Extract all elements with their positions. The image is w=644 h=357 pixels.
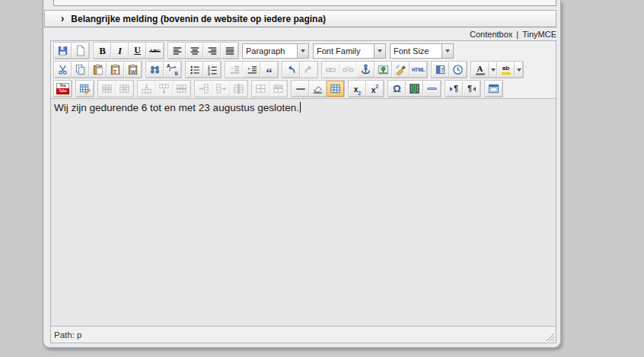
- toolbar-group-table-props: [97, 80, 134, 97]
- highlight-color-icon: ab: [502, 65, 511, 75]
- find-replace-button[interactable]: AB: [164, 62, 181, 78]
- strikethrough-button[interactable]: ABC: [146, 43, 164, 59]
- guidelines-table-icon: [330, 83, 341, 94]
- horizontal-rule-button[interactable]: [292, 81, 309, 97]
- table-row-properties-button: [98, 81, 116, 97]
- highlight-color-dropdown-arrow[interactable]: [515, 62, 523, 78]
- subscript-button[interactable]: x2: [349, 81, 366, 97]
- align-center-button[interactable]: [186, 43, 203, 59]
- toolbar-group-lists: 123: [185, 61, 222, 78]
- editor-content-area[interactable]: Wij zijn gedurende 6 tot en met 23 augus…: [51, 98, 556, 327]
- strikethrough-icon: ABC: [149, 48, 161, 54]
- special-character-button[interactable]: Ω: [388, 81, 406, 97]
- youtube-button[interactable]: YouTube: [54, 81, 72, 97]
- mode-link-tinymce[interactable]: TinyMCE: [522, 30, 556, 39]
- undo-icon: [285, 64, 297, 75]
- paste-from-word-button[interactable]: W: [124, 62, 142, 78]
- superscript-button[interactable]: x2: [366, 81, 384, 97]
- indent-button[interactable]: [243, 62, 260, 78]
- find-b-letter: B: [174, 71, 178, 76]
- align-right-button[interactable]: [203, 43, 221, 59]
- eraser-icon: [312, 83, 324, 94]
- rtl-icon: ¶: [467, 85, 476, 93]
- save-button[interactable]: [54, 43, 72, 59]
- format-select[interactable]: Paragraph: [242, 43, 309, 59]
- section-header-toggle[interactable]: › Belangrijke melding (bovenin de websit…: [44, 10, 556, 27]
- backcolor-bar: [502, 72, 511, 75]
- toolbar-row-2: T W AB 123: [51, 60, 556, 79]
- format-select-value: Paragraph: [243, 46, 297, 56]
- html-icon: HTML: [412, 67, 425, 72]
- cleanup-code-button[interactable]: [392, 62, 410, 78]
- toolbar-group-view: [484, 80, 503, 97]
- toolbar-group-format: B I U ABC: [93, 42, 164, 59]
- horizontal-rule-icon: [295, 84, 306, 94]
- sub-2: 2: [358, 91, 361, 96]
- resize-handle[interactable]: [546, 333, 555, 342]
- toolbar-group-direction: ¶ ¶: [445, 80, 481, 97]
- scissors-icon: [57, 64, 69, 75]
- mode-separator: |: [516, 30, 518, 39]
- calendar-icon: [435, 64, 446, 75]
- youtube-top-text: You: [56, 83, 69, 88]
- insert-link-button: [322, 62, 340, 78]
- bullet-list-button[interactable]: [186, 62, 203, 78]
- backcolor-letters: ab: [502, 65, 509, 72]
- insert-row-after-icon: [158, 83, 170, 94]
- font-size-select[interactable]: Font Size: [390, 43, 454, 59]
- new-document-button[interactable]: [72, 43, 89, 59]
- fullscreen-button[interactable]: [485, 81, 502, 97]
- align-justify-button[interactable]: [221, 43, 238, 59]
- forecolor-bar: [476, 73, 485, 75]
- toolbar-group-cols: [194, 80, 248, 97]
- insert-date-button[interactable]: [432, 62, 449, 78]
- save-icon: [57, 45, 69, 56]
- paste-button[interactable]: [89, 62, 107, 78]
- underline-icon: U: [134, 45, 141, 56]
- chevron-right-icon: ›: [61, 12, 64, 25]
- insert-media-button[interactable]: [406, 81, 423, 97]
- rtl-pilcrow: ¶: [467, 85, 472, 93]
- insert-table-button[interactable]: [76, 81, 94, 97]
- italic-button[interactable]: I: [111, 43, 129, 59]
- highlight-color-button[interactable]: ab: [497, 62, 515, 78]
- find-button[interactable]: [146, 62, 164, 78]
- paste-word-letter: W: [131, 69, 135, 75]
- clipboard-icon: [92, 64, 104, 75]
- right-to-left-button[interactable]: ¶: [463, 81, 480, 97]
- align-left-button[interactable]: [168, 43, 186, 59]
- left-to-right-button[interactable]: ¶: [445, 81, 463, 97]
- bold-icon: B: [99, 45, 106, 57]
- insert-row-before-icon: [141, 83, 152, 94]
- toolbar-group-youtube: YouTube: [53, 80, 72, 97]
- text-color-button[interactable]: A: [471, 62, 489, 78]
- bold-button[interactable]: B: [94, 43, 111, 59]
- copy-button[interactable]: [72, 62, 89, 78]
- new-document-icon: [75, 45, 86, 56]
- text-color-dropdown-arrow[interactable]: [489, 62, 497, 78]
- edit-html-button[interactable]: HTML: [410, 62, 427, 78]
- underline-button[interactable]: U: [129, 43, 146, 59]
- remove-format-button[interactable]: [309, 81, 327, 97]
- anchor-button[interactable]: [357, 62, 375, 78]
- paste-as-text-button[interactable]: T: [107, 62, 124, 78]
- sup-2: 2: [375, 83, 378, 88]
- undo-button[interactable]: [282, 62, 300, 78]
- font-family-select[interactable]: Font Family: [313, 43, 386, 59]
- copy-icon: [75, 64, 86, 75]
- split-cells-button: [252, 81, 269, 97]
- toggle-guidelines-button[interactable]: [327, 81, 344, 97]
- toolbar-group-datetime: [431, 61, 467, 78]
- insert-image-button[interactable]: [375, 62, 392, 78]
- insert-column-before-button: [195, 81, 212, 97]
- cut-button[interactable]: [54, 62, 72, 78]
- align-justify-icon: [225, 46, 235, 56]
- blockquote-button[interactable]: “: [260, 62, 278, 78]
- digit-3: 3: [207, 72, 209, 75]
- mode-link-contentbox[interactable]: Contentbox: [470, 30, 512, 39]
- numbered-list-button[interactable]: 123: [203, 62, 221, 78]
- insert-time-button[interactable]: [449, 62, 467, 78]
- redo-icon: [303, 64, 314, 75]
- text-color-icon: A: [476, 65, 485, 75]
- advanced-hr-button[interactable]: [423, 81, 441, 97]
